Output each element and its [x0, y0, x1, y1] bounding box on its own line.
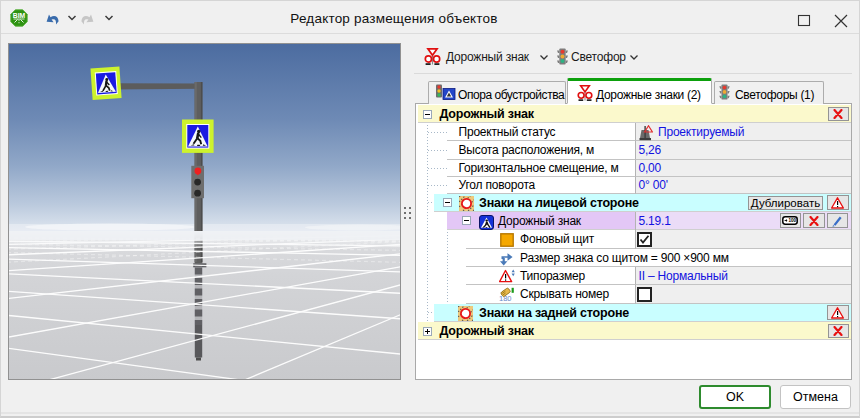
svg-text:100: 100: [789, 219, 797, 224]
svg-text:BIM: BIM: [13, 12, 26, 19]
